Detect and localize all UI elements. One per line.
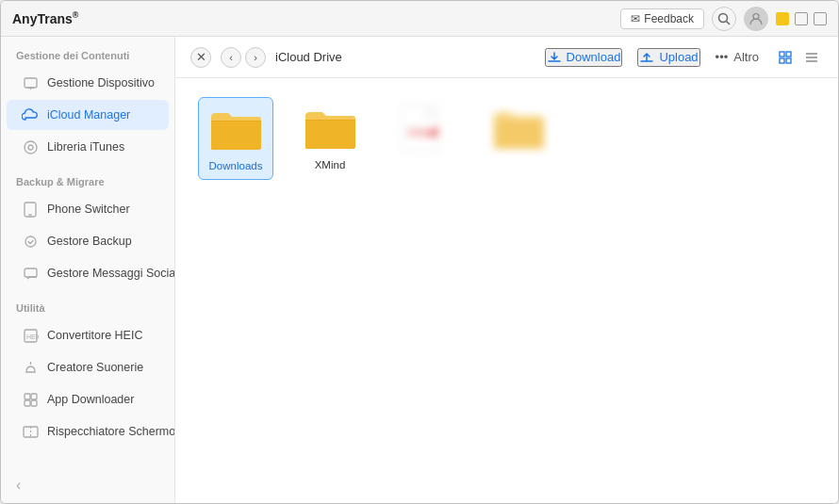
upload-icon xyxy=(639,50,654,65)
mirror-icon xyxy=(22,423,39,440)
pdf-icon: PDF xyxy=(398,105,451,154)
svg-text:PDF: PDF xyxy=(408,127,429,138)
titlebar-left: AnyTrans® xyxy=(12,10,78,26)
icloud-manager-label: iCloud Manager xyxy=(47,108,130,122)
forward-button[interactable]: › xyxy=(245,47,266,68)
svg-rect-15 xyxy=(31,394,37,399)
music-icon xyxy=(22,138,39,155)
download-button[interactable]: Download xyxy=(545,48,623,67)
gestione-dispositivo-label: Gestione Dispositivo xyxy=(47,76,155,89)
phone-switcher-label: Phone Switcher xyxy=(47,203,130,216)
grid-view-button[interactable] xyxy=(774,46,797,69)
svg-rect-23 xyxy=(786,58,791,63)
cloud-icon xyxy=(22,106,39,123)
ringtone-icon xyxy=(22,359,39,376)
mail-icon: ✉ xyxy=(631,12,640,25)
file-item-downloads[interactable]: Downloads xyxy=(198,97,273,180)
upload-button[interactable]: Upload xyxy=(637,48,699,67)
sidebar-item-creatore-suonerie[interactable]: Creatore Suonerie xyxy=(7,352,169,382)
collapse-button[interactable]: ‹ xyxy=(1,467,174,503)
close-button[interactable] xyxy=(814,12,827,25)
heic-icon: HEIC xyxy=(22,327,39,344)
phone-icon xyxy=(22,201,39,218)
maximize-button[interactable] xyxy=(795,12,808,25)
forward-icon: › xyxy=(254,52,257,63)
sidebar-item-gestore-messaggi[interactable]: Gestore Messaggi Social xyxy=(7,258,169,288)
back-icon: ‹ xyxy=(229,52,233,63)
libreria-itunes-label: Libreria iTunes xyxy=(47,140,124,154)
svg-rect-20 xyxy=(780,52,784,57)
section-gestione-label: Gestione dei Contenuti xyxy=(1,37,174,67)
toolbar-actions: Download Upload ••• Altro xyxy=(545,46,823,69)
section-utilita-label: Utilità xyxy=(1,289,174,319)
content-area: ✕ ‹ › iCloud Drive Download xyxy=(175,37,838,503)
location-breadcrumb: iCloud Drive xyxy=(275,50,535,64)
rispecchiatore-label: Rispecchiatore Schermo xyxy=(47,425,175,438)
sidebar-item-convertitore-heic[interactable]: HEIC Convertitore HEIC xyxy=(7,320,169,350)
convertitore-heic-label: Convertitore HEIC xyxy=(47,329,142,342)
file-label-xmind: XMind xyxy=(315,159,346,171)
svg-rect-14 xyxy=(25,394,30,399)
svg-point-0 xyxy=(719,13,728,22)
svg-rect-22 xyxy=(780,58,784,63)
feedback-button[interactable]: ✉ Feedback xyxy=(620,8,704,29)
sidebar-item-libreria-itunes[interactable]: Libreria iTunes xyxy=(7,132,169,162)
window-controls xyxy=(776,12,827,25)
grid-icon xyxy=(778,50,793,65)
svg-line-1 xyxy=(727,21,731,24)
close-icon: ✕ xyxy=(196,50,206,64)
svg-point-6 xyxy=(25,141,37,154)
backup-icon xyxy=(22,233,39,250)
folder-icon xyxy=(209,106,262,154)
user-icon xyxy=(749,11,764,26)
app-downloader-label: App Downloader xyxy=(47,393,134,406)
download-icon xyxy=(547,50,562,65)
app-window: AnyTrans® ✉ Feedback Gestione dei C xyxy=(0,0,839,504)
search-icon xyxy=(717,12,731,25)
search-button[interactable] xyxy=(712,7,736,31)
sidebar-item-gestione-dispositivo[interactable]: Gestione Dispositivo xyxy=(7,68,169,98)
titlebar: AnyTrans® ✉ Feedback xyxy=(1,1,838,37)
list-icon xyxy=(804,50,819,65)
creatore-suonerie-label: Creatore Suonerie xyxy=(47,361,143,374)
list-view-button[interactable] xyxy=(800,46,823,69)
folder-icon xyxy=(304,105,356,154)
content-toolbar: ✕ ‹ › iCloud Drive Download xyxy=(175,37,838,78)
section-backup-label: Backup & Migrare xyxy=(1,163,174,193)
app-icon xyxy=(22,391,39,408)
device-icon xyxy=(22,74,39,91)
titlebar-right: ✉ Feedback xyxy=(620,7,827,31)
more-button[interactable]: ••• Altro xyxy=(716,50,759,64)
svg-rect-17 xyxy=(31,400,37,406)
sidebar: Gestione dei Contenuti Gestione Disposit… xyxy=(1,37,175,503)
file-grid: Downloads XMind xyxy=(175,78,838,503)
gestore-messaggi-label: Gestore Messaggi Social xyxy=(47,267,175,280)
minimize-button[interactable] xyxy=(776,12,789,25)
svg-point-7 xyxy=(28,145,33,150)
svg-rect-3 xyxy=(25,78,37,88)
message-icon xyxy=(22,265,39,282)
sidebar-item-app-downloader[interactable]: App Downloader xyxy=(7,384,169,415)
avatar-button[interactable] xyxy=(744,7,768,31)
sidebar-item-phone-switcher[interactable]: Phone Switcher xyxy=(7,194,169,224)
nav-buttons: ‹ › xyxy=(221,47,266,68)
file-item-pdf[interactable]: PDF xyxy=(387,97,462,180)
sidebar-item-icloud-manager[interactable]: iCloud Manager xyxy=(7,100,169,130)
file-label-downloads: Downloads xyxy=(209,160,263,171)
close-pane-button[interactable]: ✕ xyxy=(190,47,211,68)
folder-blurred-icon xyxy=(492,105,545,154)
app-title: AnyTrans® xyxy=(12,10,78,26)
svg-rect-21 xyxy=(786,52,791,57)
svg-text:HEIC: HEIC xyxy=(26,333,39,340)
gestore-backup-label: Gestore Backup xyxy=(47,235,132,248)
file-item-blurred-folder[interactable] xyxy=(481,97,556,180)
file-item-xmind[interactable]: XMind xyxy=(292,97,368,180)
sidebar-item-gestore-backup[interactable]: Gestore Backup xyxy=(7,226,169,256)
view-toggle xyxy=(774,46,823,69)
sidebar-item-rispecchiatore[interactable]: Rispecchiatore Schermo xyxy=(7,416,169,447)
svg-rect-16 xyxy=(25,400,30,406)
svg-rect-10 xyxy=(25,268,37,277)
main-layout: Gestione dei Contenuti Gestione Disposit… xyxy=(1,37,838,503)
back-button[interactable]: ‹ xyxy=(221,47,241,68)
